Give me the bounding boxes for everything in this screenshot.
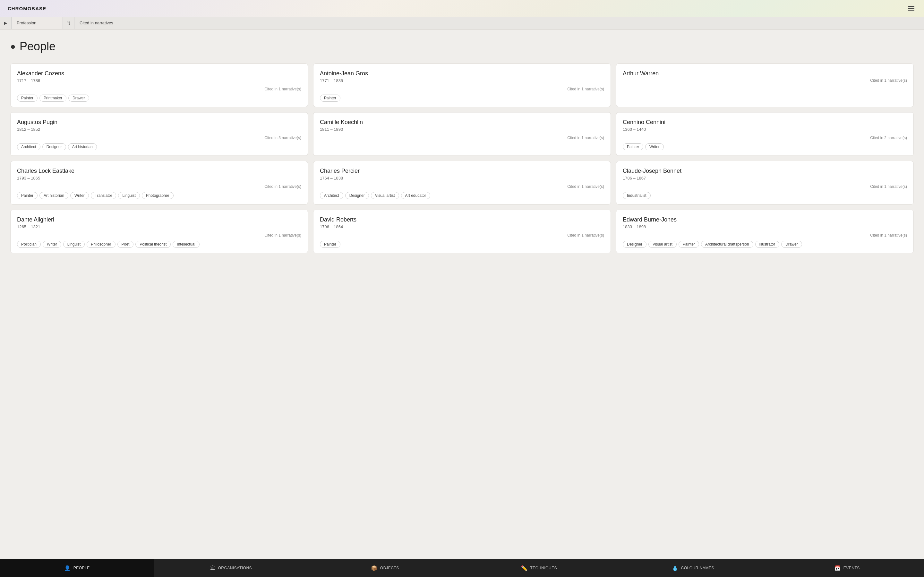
- organisations-nav-label: ORGANISATIONS: [218, 566, 252, 570]
- person-name: Edward Burne-Jones: [623, 216, 907, 223]
- person-cited: Cited in 1 narrative(s): [320, 184, 604, 189]
- person-cited: Cited in 1 narrative(s): [623, 233, 907, 237]
- profession-tag[interactable]: Political theorist: [136, 241, 171, 248]
- person-name: Arthur Warren: [623, 70, 907, 77]
- profession-tag[interactable]: Industrialist: [623, 192, 651, 199]
- people-grid: Alexander Cozens 1717 – 1786 Cited in 1 …: [10, 63, 914, 253]
- nav-item-objects[interactable]: 📦OBJECTS: [308, 559, 462, 577]
- page-title-row: ● People: [10, 40, 914, 53]
- bottom-nav: 👤PEOPLE🏛ORGANISATIONS📦OBJECTS✏️TECHNIQUE…: [0, 559, 924, 577]
- person-name: Antoine-Jean Gros: [320, 70, 604, 77]
- person-cited: Cited in 1 narrative(s): [623, 78, 907, 83]
- person-tags: PoliticianWriterLinguistPhilosopherPoetP…: [17, 241, 301, 248]
- person-card[interactable]: Antoine-Jean Gros 1771 – 1835 Cited in 1…: [313, 63, 611, 107]
- person-card[interactable]: Claude-Joseph Bonnet 1786 – 1867 Cited i…: [616, 161, 914, 205]
- person-card[interactable]: Arthur Warren Cited in 1 narrative(s): [616, 63, 914, 107]
- profession-tag[interactable]: Politician: [17, 241, 41, 248]
- main-content: ● People Alexander Cozens 1717 – 1786 Ci…: [0, 29, 924, 285]
- cited-filter[interactable]: Cited in narratives: [74, 17, 118, 29]
- profession-tag[interactable]: Printmaker: [39, 95, 66, 102]
- profession-tag[interactable]: Writer: [70, 192, 89, 199]
- nav-item-organisations[interactable]: 🏛ORGANISATIONS: [154, 559, 308, 577]
- person-dates: 1360 – 1440: [623, 127, 907, 132]
- organisations-nav-icon: 🏛: [210, 565, 216, 571]
- profession-tag[interactable]: Drawer: [68, 95, 89, 102]
- person-name: Camille Koechlin: [320, 119, 604, 126]
- person-card[interactable]: David Roberts 1796 – 1864 Cited in 1 nar…: [313, 210, 611, 253]
- app-header: CHROMOBASE: [0, 0, 924, 17]
- person-dates: 1786 – 1867: [623, 176, 907, 181]
- events-nav-icon: 📅: [834, 565, 841, 571]
- person-name: Charles Percier: [320, 168, 604, 174]
- person-name: Claude-Joseph Bonnet: [623, 168, 907, 174]
- person-card[interactable]: Camille Koechlin 1811 – 1890 Cited in 1 …: [313, 112, 611, 156]
- person-card[interactable]: Dante Alighieri 1265 – 1321 Cited in 1 n…: [10, 210, 308, 253]
- profession-tag[interactable]: Linguist: [63, 241, 85, 248]
- page-title: People: [19, 40, 55, 53]
- person-name: Augustus Pugin: [17, 119, 301, 126]
- profession-tag[interactable]: Visual artist: [371, 192, 399, 199]
- profession-tag[interactable]: Architectural draftsperson: [701, 241, 753, 248]
- sort-icon: ⇅: [67, 21, 71, 26]
- person-dates: 1793 – 1865: [17, 176, 301, 181]
- person-dates: 1796 – 1864: [320, 224, 604, 229]
- profession-tag[interactable]: Poet: [118, 241, 134, 248]
- profession-tag[interactable]: Painter: [320, 241, 341, 248]
- profession-filter[interactable]: Profession: [11, 17, 63, 29]
- profession-tag[interactable]: Writer: [645, 143, 664, 150]
- hamburger-button[interactable]: [906, 4, 916, 13]
- profession-tag[interactable]: Visual artist: [648, 241, 677, 248]
- person-name: Dante Alighieri: [17, 216, 301, 223]
- person-dates: 1812 – 1852: [17, 127, 301, 132]
- profession-tag[interactable]: Architect: [320, 192, 343, 199]
- nav-item-techniques[interactable]: ✏️TECHNIQUES: [462, 559, 616, 577]
- profession-tag[interactable]: Painter: [623, 143, 643, 150]
- profession-tag[interactable]: Art educator: [401, 192, 430, 199]
- nav-item-people[interactable]: 👤PEOPLE: [0, 559, 154, 577]
- person-card[interactable]: Augustus Pugin 1812 – 1852 Cited in 3 na…: [10, 112, 308, 156]
- profession-tag[interactable]: Photographer: [142, 192, 174, 199]
- techniques-nav-label: TECHNIQUES: [530, 566, 557, 570]
- person-card[interactable]: Edward Burne-Jones 1833 – 1898 Cited in …: [616, 210, 914, 253]
- person-tags: ArchitectDesignerArt historian: [17, 143, 301, 150]
- person-card[interactable]: Cennino Cennini 1360 – 1440 Cited in 2 n…: [616, 112, 914, 156]
- nav-item-colour-names[interactable]: 💧COLOUR NAMES: [616, 559, 770, 577]
- profession-tag[interactable]: Intellectual: [173, 241, 199, 248]
- person-cited: Cited in 1 narrative(s): [623, 184, 907, 189]
- filter-play-button[interactable]: ▶: [0, 17, 11, 29]
- profession-tag[interactable]: Writer: [43, 241, 61, 248]
- sort-button[interactable]: ⇅: [63, 17, 74, 29]
- profession-tag[interactable]: Designer: [42, 143, 66, 150]
- person-card[interactable]: Charles Lock Eastlake 1793 – 1865 Cited …: [10, 161, 308, 205]
- profession-tag[interactable]: Painter: [17, 192, 37, 199]
- profession-tag[interactable]: Art historian: [68, 143, 97, 150]
- person-dates: 1811 – 1890: [320, 127, 604, 132]
- person-cited: Cited in 2 narrative(s): [623, 135, 907, 140]
- profession-tag[interactable]: Illustrator: [755, 241, 779, 248]
- profession-tag[interactable]: Painter: [17, 95, 37, 102]
- profession-tag[interactable]: Painter: [678, 241, 699, 248]
- person-cited: Cited in 1 narrative(s): [17, 233, 301, 237]
- people-nav-icon: 👤: [64, 565, 71, 571]
- profession-tag[interactable]: Philosopher: [87, 241, 115, 248]
- person-tags: ArchitectDesignerVisual artistArt educat…: [320, 192, 604, 199]
- person-cited: Cited in 1 narrative(s): [17, 184, 301, 189]
- profession-tag[interactable]: Linguist: [118, 192, 140, 199]
- techniques-nav-icon: ✏️: [521, 565, 528, 571]
- profession-tag[interactable]: Designer: [345, 192, 369, 199]
- person-tags: Industrialist: [623, 192, 907, 199]
- person-name: David Roberts: [320, 216, 604, 223]
- nav-item-events[interactable]: 📅EVENTS: [770, 559, 924, 577]
- person-dates: 1265 – 1321: [17, 224, 301, 229]
- person-card[interactable]: Alexander Cozens 1717 – 1786 Cited in 1 …: [10, 63, 308, 107]
- profession-tag[interactable]: Drawer: [781, 241, 802, 248]
- profession-tag[interactable]: Painter: [320, 95, 341, 102]
- profession-tag[interactable]: Architect: [17, 143, 40, 150]
- person-dates: 1764 – 1838: [320, 176, 604, 181]
- profession-tag[interactable]: Translator: [91, 192, 116, 199]
- objects-nav-label: OBJECTS: [380, 566, 399, 570]
- app-logo: CHROMOBASE: [8, 6, 46, 11]
- person-card[interactable]: Charles Percier 1764 – 1838 Cited in 1 n…: [313, 161, 611, 205]
- profession-tag[interactable]: Designer: [623, 241, 646, 248]
- profession-tag[interactable]: Art historian: [39, 192, 68, 199]
